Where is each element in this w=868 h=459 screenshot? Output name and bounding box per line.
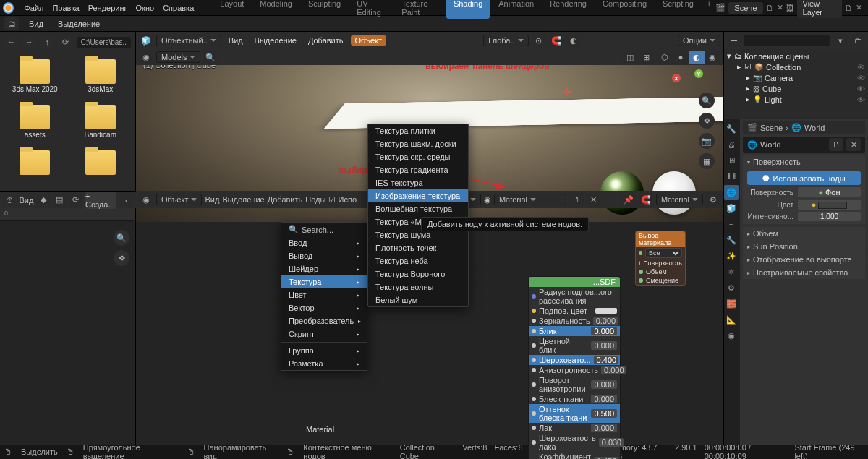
bsdf-Шероховатость лака[interactable]: Шероховатость лака0.030 <box>529 433 620 452</box>
outliner-search[interactable] <box>744 35 830 46</box>
add-workspace-button[interactable]: + <box>702 0 715 19</box>
bsdf-Лак[interactable]: Лак0.000 <box>529 423 620 433</box>
tex-0[interactable]: Текстура плитки <box>368 124 468 137</box>
add-cat-1[interactable]: Вывод <box>281 249 367 262</box>
shading-models[interactable]: Models <box>156 51 200 63</box>
shading-editor-icon[interactable]: ◉ <box>139 51 153 64</box>
ds-marker-icon[interactable]: ◆ <box>36 194 50 207</box>
bsdf-Цветной блик[interactable]: Цветной блик0.000 <box>529 336 620 355</box>
tex-12[interactable]: Текстура волны <box>368 280 468 293</box>
props-tab-2[interactable]: 🖥 <box>724 153 739 168</box>
overlay-2[interactable]: ⊞ <box>638 51 654 64</box>
move-view-icon[interactable]: ✥ <box>699 113 715 129</box>
ne-pin-icon[interactable]: 📌 <box>621 193 636 206</box>
vp-add[interactable]: Добавить <box>304 35 348 46</box>
new-scene-icon[interactable]: 🗋 <box>766 4 774 12</box>
props-tab-9[interactable]: ⚛ <box>724 265 739 279</box>
ne-new-mat-icon[interactable]: 🗋 <box>569 193 584 206</box>
tab-scripting[interactable]: Scripting <box>655 0 701 19</box>
ne-material-dd[interactable]: Material <box>656 194 703 205</box>
props-tab-6[interactable]: ≡ <box>724 217 739 231</box>
bsdf-Подпов. цвет[interactable]: Подпов. цвет <box>529 306 620 316</box>
ne-material[interactable]: Material <box>494 194 566 205</box>
tab-layout[interactable]: Layout <box>213 0 251 19</box>
panel-toggle[interactable]: Отображение во вьюпорте <box>743 253 865 266</box>
tab-compositing[interactable]: Compositing <box>595 0 654 19</box>
nav-refresh-icon[interactable]: ⟳ <box>59 35 72 48</box>
tex-1[interactable]: Текстура шахм. доски <box>368 137 468 150</box>
tex-2[interactable]: Текстура окр. среды <box>368 150 468 163</box>
shade-solid[interactable]: ● <box>673 51 689 64</box>
ds-sync-icon[interactable]: ⟳ <box>69 194 83 207</box>
menu-file[interactable]: Файл <box>20 0 48 16</box>
tab-shading[interactable]: Shading <box>446 0 490 19</box>
tab-uv-editing[interactable]: UV Editing <box>349 0 393 19</box>
tex-3[interactable]: Текстура градиента <box>368 163 468 176</box>
tex-10[interactable]: Текстура неба <box>368 254 468 267</box>
filebrowser-type-icon[interactable]: 🗂 <box>4 17 19 30</box>
panel-surface-toggle[interactable]: Поверхность <box>743 155 865 168</box>
visibility-icon[interactable]: 👁 <box>857 63 865 72</box>
fb-view[interactable]: Вид <box>25 19 48 29</box>
vp-object[interactable]: Объект <box>351 35 386 46</box>
add-cat-5[interactable]: Вектор <box>281 301 367 314</box>
ne-use-nodes[interactable]: ☑ Испо <box>328 195 357 205</box>
props-tab-5[interactable]: 🧊 <box>724 201 739 215</box>
menu-edit[interactable]: Правка <box>48 0 83 16</box>
editor-type-icon[interactable]: 🧊 <box>139 34 153 47</box>
props-tab-11[interactable]: 🧱 <box>724 296 739 311</box>
proportional-icon[interactable]: ◐ <box>566 34 581 47</box>
shade-wire[interactable]: ⬡ <box>657 51 673 64</box>
node-out-target[interactable]: Все <box>645 248 682 258</box>
bsdf-Блеск ткани[interactable]: Блеск ткани0.000 <box>529 394 620 404</box>
ds-zoom-icon[interactable]: 🔍 <box>114 230 129 246</box>
viewlayer-selector[interactable]: View Layer <box>797 0 842 18</box>
intensity-value[interactable]: 1.000 <box>798 212 861 221</box>
props-tab-13[interactable]: ◉ <box>724 328 739 343</box>
ds-type-icon[interactable]: ⏱ <box>3 194 17 207</box>
bsdf-...SDF[interactable]: ...SDF <box>529 277 620 287</box>
add-cat-4[interactable]: Цвет <box>281 288 367 301</box>
node-material-output[interactable]: Вывод материала Все Поверхность Объём См… <box>635 231 686 286</box>
props-tab-0[interactable]: 🔧 <box>724 121 739 136</box>
panel-toggle[interactable]: Объём <box>743 227 865 240</box>
tab-rendering[interactable]: Rendering <box>542 0 594 19</box>
file-item[interactable] <box>3 147 67 184</box>
ne-gear-icon[interactable]: ⚙ <box>706 193 720 206</box>
ds-filter-icon[interactable]: ▤ <box>53 194 67 207</box>
new-viewlayer-icon[interactable]: 🗋 <box>845 4 853 12</box>
dopesheet-area[interactable]: 0 🔍 ✥ <box>0 208 136 445</box>
tree-collection[interactable]: ▸ ☑ 📦 Collection👁 <box>727 61 865 72</box>
pivot-icon[interactable]: ⊙ <box>532 34 546 47</box>
new-collection-icon[interactable]: 🗀 <box>851 34 865 47</box>
tex-4[interactable]: IES-текстура <box>368 176 468 189</box>
add-cat-2[interactable]: Шейдер <box>281 262 367 275</box>
nav-fwd-icon[interactable]: → <box>22 35 36 48</box>
world-unlink-icon[interactable]: ✕ <box>846 138 861 151</box>
camera-view-icon[interactable]: 📷 <box>699 133 715 149</box>
tex-5[interactable]: Изображение-текстура <box>368 189 468 202</box>
nav-back-icon[interactable]: ← <box>4 35 18 48</box>
add-cat-3[interactable]: Текстура <box>281 275 367 288</box>
file-item[interactable]: Bandicam <box>69 102 133 146</box>
shade-render[interactable]: ◉ <box>705 51 720 64</box>
ds-new-action[interactable]: + Созда.. <box>85 192 116 209</box>
visibility-icon[interactable]: 👁 <box>857 95 865 104</box>
props-breadcrumb[interactable]: 🎬Scene › 🌐World <box>743 121 865 134</box>
bsdf-Анизотропность[interactable]: Анизотропность0.000 <box>529 365 620 375</box>
visibility-icon[interactable]: 👁 <box>857 74 865 82</box>
ne-node[interactable]: Ноды <box>305 195 326 204</box>
props-tab-1[interactable]: 🖨 <box>724 137 739 152</box>
ne-unlink-mat-icon[interactable]: ✕ <box>587 193 601 206</box>
add-cat-8[interactable]: Группа <box>281 344 367 357</box>
path-field[interactable]: C:\Users\bas.. <box>77 37 131 48</box>
props-tab-7[interactable]: 🔧 <box>724 233 739 247</box>
tex-13[interactable]: Белый шум <box>368 293 468 306</box>
bsdf-Радиус подпов...ого рассеивания[interactable]: Радиус подпов...ого рассеивания <box>529 287 620 306</box>
file-item[interactable] <box>69 147 133 184</box>
props-tab-8[interactable]: ✨ <box>724 249 739 263</box>
color-swatch[interactable]: ● <box>798 200 861 210</box>
visibility-icon[interactable]: 👁 <box>857 85 865 93</box>
ne-snap-icon[interactable]: 🧲 <box>639 193 653 206</box>
menu-render[interactable]: Рендеринг <box>84 0 132 16</box>
